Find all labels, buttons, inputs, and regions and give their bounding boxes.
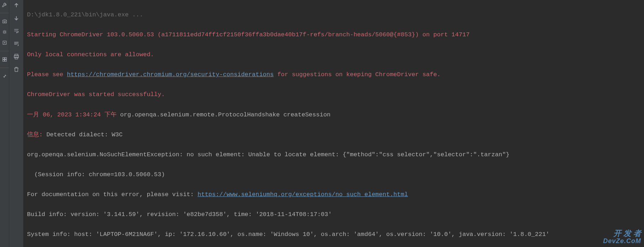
console-line: ChromeDriver was started successfully.: [27, 90, 640, 100]
scroll-to-end-icon[interactable]: [12, 40, 20, 48]
svg-rect-6: [5, 60, 6, 62]
arrow-up-icon[interactable]: [12, 1, 20, 9]
console-line: (Session info: chrome=103.0.5060.53): [27, 170, 640, 180]
console-toolbar: [9, 0, 23, 247]
pin-icon[interactable]: [1, 73, 8, 79]
console-line: D:\jdk1.8.0_221\bin\java.exe ...: [27, 10, 640, 20]
selenium-exception-link[interactable]: https://www.seleniumhq.org/exceptions/no…: [197, 191, 408, 198]
left-gutter: [0, 0, 9, 247]
console-line: Starting ChromeDriver 103.0.5060.53 (a17…: [27, 30, 640, 40]
svg-rect-4: [5, 58, 6, 59]
console-line: Build info: version: '3.141.59', revisio…: [27, 210, 640, 220]
bug-icon[interactable]: [1, 29, 8, 35]
svg-point-0: [4, 21, 5, 22]
trash-icon[interactable]: [12, 65, 20, 73]
console-line: org.openqa.selenium.NoSuchElementExcepti…: [27, 150, 640, 160]
export-icon[interactable]: [1, 40, 8, 46]
console-line: System info: host: 'LAPTOP-6M21NA6F', ip…: [27, 230, 640, 240]
svg-rect-3: [2, 58, 4, 59]
print-icon[interactable]: [12, 53, 20, 61]
svg-point-1: [4, 31, 5, 33]
camera-icon[interactable]: [1, 18, 8, 25]
console-line: 信息: Detected dialect: W3C: [27, 130, 640, 140]
wrench-icon[interactable]: [1, 1, 8, 8]
soft-wrap-icon[interactable]: [12, 27, 20, 35]
svg-rect-5: [2, 60, 4, 62]
layout-icon[interactable]: [1, 56, 8, 63]
console-line: For documentation on this error, please …: [27, 190, 640, 200]
console-line: 一月 06, 2023 1:34:24 下午 org.openqa.seleni…: [27, 110, 640, 120]
console-line: Only local connections are allowed.: [27, 50, 640, 60]
chromedriver-security-link[interactable]: https://chromedriver.chromium.org/securi…: [67, 71, 274, 78]
console-output[interactable]: D:\jdk1.8.0_221\bin\java.exe ... Startin…: [23, 0, 644, 247]
arrow-down-icon[interactable]: [12, 14, 20, 22]
console-line: Please see https://chromedriver.chromium…: [27, 70, 640, 80]
